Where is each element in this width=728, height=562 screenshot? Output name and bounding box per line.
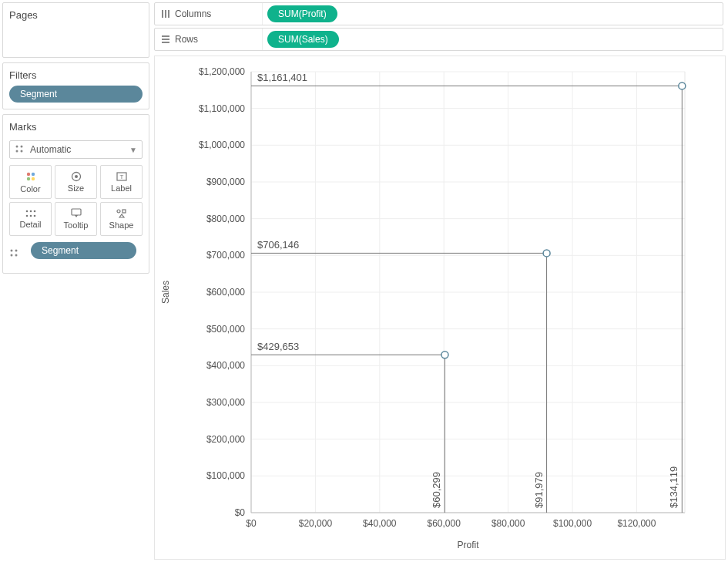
- marks-size-label: Size: [68, 183, 84, 193]
- svg-point-4: [26, 173, 29, 176]
- svg-rect-25: [162, 10, 163, 18]
- x-tick-label: $80,000: [491, 518, 525, 529]
- marks-tooltip-label: Tooltip: [64, 220, 89, 230]
- y-tick-label: $700,000: [206, 250, 245, 261]
- marks-color-button[interactable]: Color: [9, 165, 52, 199]
- svg-point-16: [29, 215, 32, 217]
- y-tick-label: $900,000: [206, 177, 245, 187]
- svg-rect-28: [162, 35, 169, 37]
- y-axis-title: Sales: [160, 281, 171, 304]
- size-icon: [69, 171, 83, 182]
- x-tick-label: $60,000: [428, 518, 461, 529]
- point-y-label: $1,161,401: [257, 72, 307, 83]
- data-point[interactable]: [679, 82, 686, 89]
- x-axis-title: Profit: [457, 540, 479, 550]
- y-tick-label: $300,000: [206, 397, 245, 408]
- svg-point-14: [33, 210, 35, 213]
- label-icon: T: [116, 171, 128, 182]
- marks-type-select[interactable]: Automatic ▼: [9, 140, 143, 159]
- svg-rect-29: [162, 39, 169, 40]
- marks-label-label: Label: [111, 183, 132, 193]
- svg-point-9: [75, 175, 78, 178]
- columns-icon: [161, 9, 170, 19]
- data-point[interactable]: [543, 250, 550, 257]
- marks-shape-pill-segment[interactable]: Segment: [31, 242, 136, 259]
- marks-color-label: Color: [20, 184, 40, 194]
- marks-detail-label: Detail: [19, 220, 41, 229]
- x-tick-label: $120,000: [617, 518, 656, 529]
- rows-shelf[interactable]: Rows SUM(Sales): [154, 28, 723, 51]
- columns-shelf[interactable]: Columns SUM(Profit): [154, 2, 723, 25]
- filter-pill-segment[interactable]: Segment: [9, 86, 143, 103]
- marks-tooltip-button[interactable]: Tooltip: [55, 202, 97, 236]
- y-tick-label: $500,000: [206, 324, 245, 335]
- svg-point-19: [117, 210, 120, 213]
- marks-shape-pill-label: Segment: [42, 245, 79, 256]
- svg-point-15: [25, 215, 28, 217]
- chart-svg: $0$100,000$200,000$300,000$400,000$500,0…: [155, 56, 723, 559]
- x-tick-label: $100,000: [553, 518, 592, 529]
- shape-auto-icon: [15, 144, 25, 155]
- svg-point-2: [16, 150, 18, 153]
- svg-point-17: [33, 215, 35, 217]
- point-x-label: $134,119: [668, 466, 679, 508]
- svg-point-5: [31, 173, 34, 176]
- y-tick-label: $1,100,000: [199, 103, 245, 114]
- rows-label: Rows: [175, 34, 198, 45]
- rows-icon: [161, 35, 170, 44]
- svg-point-23: [11, 254, 13, 257]
- y-tick-label: $400,000: [206, 360, 245, 371]
- marks-size-button[interactable]: Size: [55, 165, 97, 199]
- shelves-area: Columns SUM(Profit): [152, 0, 728, 51]
- right-area: Columns SUM(Profit): [152, 0, 728, 562]
- filters-title: Filters: [3, 63, 149, 86]
- svg-point-24: [15, 254, 18, 257]
- chevron-down-icon: ▼: [129, 146, 137, 154]
- svg-point-22: [15, 250, 18, 252]
- y-tick-label: $800,000: [206, 214, 245, 224]
- y-tick-label: $1,200,000: [199, 66, 245, 77]
- filter-pill-label: Segment: [20, 89, 57, 99]
- detail-icon: [25, 209, 37, 218]
- svg-text:T: T: [119, 173, 123, 180]
- shapes-icon: [116, 208, 128, 219]
- x-tick-label: $20,000: [299, 518, 333, 529]
- rows-pill-sales[interactable]: SUM(Sales): [267, 31, 339, 48]
- point-y-label: $706,146: [257, 239, 299, 251]
- viz-canvas[interactable]: $0$100,000$200,000$300,000$400,000$500,0…: [154, 56, 726, 560]
- shape-shelf-icon: [9, 248, 20, 259]
- svg-point-1: [21, 146, 23, 148]
- y-tick-label: $0: [235, 507, 246, 518]
- marks-buttons-grid: Color Size T: [3, 165, 149, 242]
- pages-card[interactable]: Pages: [2, 2, 149, 58]
- marks-shape-button[interactable]: Shape: [100, 202, 143, 236]
- marks-type-label: Automatic: [30, 144, 71, 155]
- point-x-label: $91,979: [533, 472, 545, 508]
- svg-point-7: [31, 177, 34, 180]
- data-point[interactable]: [441, 352, 448, 358]
- svg-rect-27: [168, 10, 169, 18]
- point-x-label: $60,299: [431, 472, 442, 508]
- columns-pill-label: SUM(Profit): [278, 8, 327, 19]
- color-icon: [25, 170, 37, 183]
- svg-point-13: [29, 210, 32, 213]
- columns-label: Columns: [175, 8, 211, 19]
- marks-detail-button[interactable]: Detail: [9, 202, 52, 236]
- columns-pill-profit[interactable]: SUM(Profit): [267, 5, 337, 22]
- svg-point-6: [26, 177, 29, 180]
- svg-rect-18: [72, 209, 81, 215]
- left-sidebar: Pages Filters Segment Marks Automatic: [0, 0, 152, 562]
- app-root: Pages Filters Segment Marks Automatic: [0, 0, 728, 562]
- svg-point-12: [25, 210, 28, 213]
- marks-card: Marks Automatic ▼: [2, 114, 149, 274]
- marks-shape-shelf: Segment: [3, 242, 149, 273]
- filters-card[interactable]: Filters Segment: [2, 62, 149, 109]
- tooltip-icon: [70, 208, 82, 219]
- marks-label-button[interactable]: T Label: [100, 165, 143, 199]
- svg-rect-26: [165, 10, 166, 18]
- rows-pill-label: SUM(Sales): [278, 34, 328, 45]
- y-tick-label: $600,000: [206, 287, 245, 298]
- y-tick-label: $1,000,000: [199, 140, 245, 150]
- svg-point-0: [16, 146, 18, 148]
- svg-point-3: [21, 150, 23, 153]
